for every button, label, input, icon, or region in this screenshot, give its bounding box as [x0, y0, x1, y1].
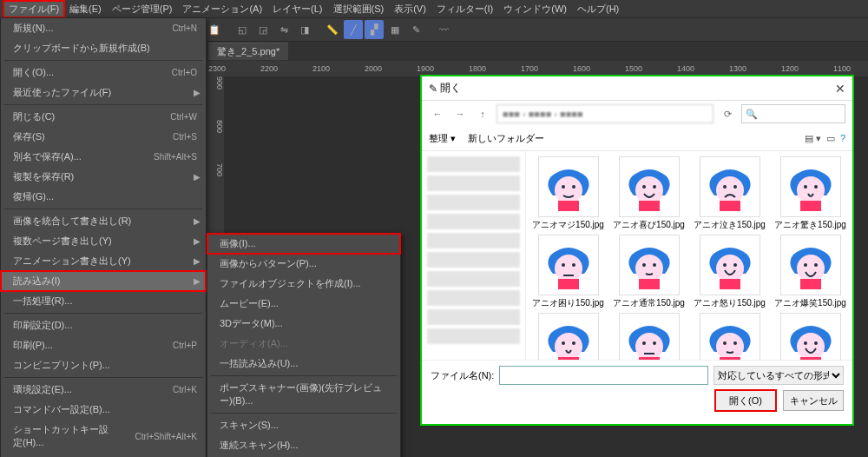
open-file-dialog: ✎ 開く ✕ ← → ↑ ■■■ › ■■■■ › ■■■■ ⟳ 整理 ▾ 新し… — [420, 75, 854, 426]
filename-input[interactable] — [499, 366, 708, 385]
toolbar-snap1-icon[interactable]: ╱ — [344, 20, 363, 39]
refresh-icon[interactable]: ⟳ — [719, 109, 736, 120]
dialog-sidebar[interactable] — [422, 151, 526, 360]
menu-view[interactable]: 表示(V) — [389, 1, 431, 17]
file-item[interactable]: アニオ怒り150.jpg — [691, 235, 768, 309]
menu-help[interactable]: ヘルプ(H) — [572, 1, 624, 17]
menu-item[interactable]: コマンドバー設定(B)... — [1, 400, 206, 420]
menu-item[interactable]: 閉じる(C)Ctrl+W — [1, 107, 206, 127]
svg-point-29 — [804, 263, 807, 267]
new-folder-button[interactable]: 新しいフォルダー — [468, 132, 544, 145]
toolbar-flip-icon[interactable]: ⇋ — [274, 20, 293, 39]
menu-window[interactable]: ウィンドウ(W) — [498, 1, 572, 17]
svg-point-9 — [723, 185, 727, 189]
organize-button[interactable]: 整理 ▾ — [429, 132, 456, 145]
toolbar-snap2-icon[interactable]: ▞ — [365, 20, 384, 39]
menu-item[interactable]: 3Dデータ(M)... — [207, 314, 400, 334]
file-item[interactable] — [772, 313, 849, 360]
file-item[interactable] — [610, 313, 687, 360]
svg-rect-47 — [800, 357, 821, 360]
dialog-app-icon: ✎ — [429, 83, 437, 95]
toolbar-persp-icon[interactable]: ◨ — [295, 20, 314, 39]
nav-up-icon[interactable]: ↑ — [474, 109, 491, 119]
svg-point-10 — [733, 185, 737, 189]
menu-item[interactable]: 読み込み(I)▶ — [1, 271, 206, 291]
menu-item[interactable]: ファイルオブジェクトを作成(I)... — [207, 274, 400, 294]
search-input[interactable] — [741, 104, 845, 123]
menu-item[interactable]: 一括読み込み(U)... — [207, 354, 400, 374]
file-item[interactable]: アニオ喜び150.jpg — [610, 156, 687, 231]
filetype-select[interactable]: 対応しているすべての形式 — [713, 366, 844, 385]
menu-item[interactable]: ショートカットキー設定(H)...Ctrl+Shift+Alt+K — [1, 420, 206, 453]
menu-item[interactable]: ムービー(E)... — [207, 294, 400, 314]
menu-edit[interactable]: 編集(E) — [64, 1, 107, 17]
file-item[interactable]: アニオ驚き150.jpg — [772, 156, 849, 231]
nav-fwd-icon[interactable]: → — [451, 109, 469, 119]
open-button[interactable]: 開く(O) — [715, 390, 776, 411]
file-item[interactable]: アニオ泣き150.jpg — [691, 156, 768, 231]
svg-point-16 — [555, 255, 582, 282]
menu-select[interactable]: 選択範囲(S) — [328, 1, 390, 17]
menu-item[interactable]: ポーズスキャナー(画像)(先行プレビュー)(B)... — [207, 378, 400, 411]
menu-item[interactable]: 画像からパターン(P)... — [207, 254, 400, 274]
menu-layer[interactable]: レイヤー(L) — [267, 1, 327, 17]
view-mode-icon[interactable]: ▤ ▾ — [805, 133, 821, 144]
nav-back-icon[interactable]: ← — [429, 109, 446, 119]
toolbar-paste-icon[interactable]: 📋 — [205, 20, 224, 39]
menu-item[interactable]: コンビニプリント(P)... — [1, 355, 206, 375]
menu-filter[interactable]: フィルター(I) — [431, 1, 498, 17]
menu-file[interactable]: ファイル(F) — [3, 1, 64, 17]
file-item[interactable] — [691, 313, 768, 360]
file-item[interactable]: アニオ爆笑150.jpg — [772, 235, 849, 309]
toolbar-pen-icon[interactable]: ✎ — [406, 20, 425, 39]
menu-item[interactable]: 複数ページ書き出し(Y)▶ — [1, 231, 206, 251]
menu-item[interactable]: 新規(N)...Ctrl+N — [1, 18, 206, 38]
svg-point-17 — [562, 263, 565, 267]
cancel-button[interactable]: キャンセル — [783, 390, 844, 411]
menu-item[interactable]: 画像(I)... — [207, 234, 400, 254]
document-tab[interactable]: 驚き_2_5.png* — [208, 43, 288, 60]
file-grid: アニオマジ150.jpgアニオ喜び150.jpgアニオ泣き150.jpgアニオ驚… — [526, 151, 852, 360]
file-item[interactable] — [529, 313, 607, 360]
menu-item[interactable]: 別名で保存(A)...Shift+Alt+S — [1, 147, 206, 167]
preview-icon[interactable]: ▭ — [826, 133, 835, 144]
svg-point-26 — [733, 263, 737, 267]
file-item[interactable]: アニオ通常150.jpg — [610, 235, 687, 309]
menu-item[interactable]: 印刷設定(D)... — [1, 315, 206, 335]
svg-rect-15 — [800, 201, 821, 211]
menu-item[interactable]: 印刷(P)...Ctrl+P — [1, 335, 206, 355]
menu-page[interactable]: ページ管理(P) — [107, 1, 178, 17]
menu-item[interactable]: 最近使ったファイル(F)▶ — [1, 83, 206, 103]
menu-item[interactable]: 環境設定(E)...Ctrl+K — [1, 380, 206, 400]
toolbar-transform-icon[interactable]: ◱ — [233, 20, 252, 39]
menu-anim[interactable]: アニメーション(A) — [177, 1, 267, 17]
toolbar-ruler-icon[interactable]: 📏 — [323, 20, 342, 39]
toolbar-grid-icon[interactable]: ▦ — [385, 20, 404, 39]
menu-item[interactable]: アニメーション書き出し(Y)▶ — [1, 251, 206, 271]
file-item[interactable]: アニオマジ150.jpg — [529, 156, 607, 231]
menu-item[interactable]: 開く(O)...Ctrl+O — [1, 63, 206, 83]
help-icon[interactable]: ? — [840, 133, 845, 144]
svg-point-24 — [716, 255, 744, 282]
menu-item[interactable]: クリップボードから新規作成(B) — [1, 38, 206, 58]
svg-point-33 — [562, 341, 565, 345]
menu-item[interactable]: 保存(S)Ctrl+S — [1, 127, 206, 147]
menu-item[interactable]: 一括処理(R)... — [1, 291, 206, 311]
file-item[interactable]: アニオ困り150.jpg — [529, 235, 607, 309]
close-icon[interactable]: ✕ — [835, 82, 845, 96]
breadcrumb[interactable]: ■■■ › ■■■■ › ■■■■ — [496, 104, 713, 123]
svg-point-14 — [814, 185, 818, 189]
svg-point-2 — [572, 185, 575, 189]
svg-rect-7 — [639, 201, 660, 211]
svg-point-25 — [723, 263, 727, 267]
menu-item[interactable]: 復帰(G)... — [1, 187, 206, 207]
menu-item[interactable]: 複製を保存(R)▶ — [1, 167, 206, 187]
menu-item[interactable]: 画像を統合して書き出し(R)▶ — [1, 211, 206, 231]
menu-item[interactable]: 修飾キー設定(K)...Ctrl+Shift+Alt+Y — [1, 453, 206, 457]
menu-item[interactable]: スキャン(S)... — [207, 415, 400, 435]
file-menu-dropdown: 新規(N)...Ctrl+Nクリップボードから新規作成(B)開く(O)...Ct… — [0, 17, 207, 457]
svg-rect-27 — [720, 279, 740, 289]
toolbar-scale-icon[interactable]: ◲ — [253, 20, 273, 39]
toolbar-assist-icon[interactable]: 〰 — [434, 20, 453, 39]
menu-item[interactable]: 連続スキャン(H)... — [207, 435, 400, 455]
